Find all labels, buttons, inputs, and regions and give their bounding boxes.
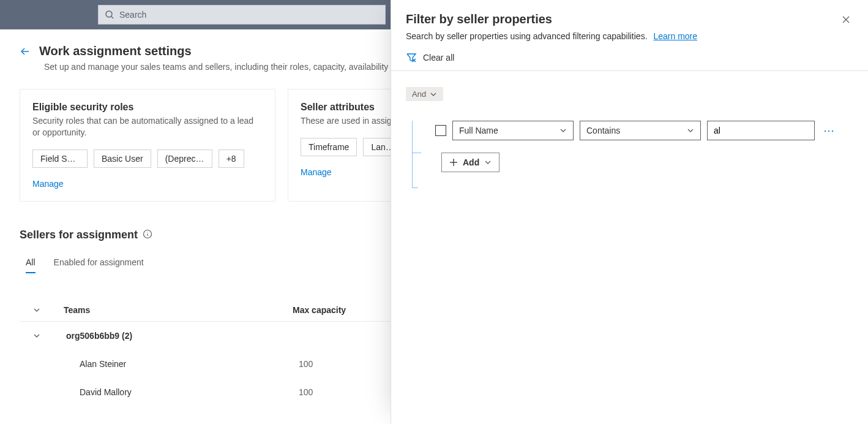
column-header-capacity[interactable]: Max capacity	[293, 305, 378, 315]
panel-subtitle: Search by seller properties using advanc…	[406, 31, 648, 41]
page-title: Work assignment settings	[39, 44, 192, 58]
close-button[interactable]	[839, 12, 853, 29]
filter-value-input[interactable]	[707, 121, 815, 140]
condition-dropdown[interactable]: Contains	[580, 121, 701, 140]
field-dropdown[interactable]: Full Name	[452, 121, 574, 140]
chevron-down-icon	[484, 159, 492, 166]
rule-bracket	[412, 121, 418, 188]
role-chip[interactable]: Basic User	[94, 150, 151, 168]
chevron-down-icon	[687, 127, 694, 134]
role-chip[interactable]: Field Servic...	[32, 150, 88, 168]
clear-all-label: Clear all	[423, 53, 454, 62]
learn-more-link[interactable]: Learn more	[653, 31, 697, 41]
seller-name: David Mallory	[54, 387, 293, 397]
panel-title: Filter by seller properties	[406, 12, 697, 26]
expand-all-toggle[interactable]	[20, 306, 54, 314]
seller-capacity: 100	[293, 387, 378, 397]
chevron-down-icon	[430, 91, 437, 98]
search-input[interactable]	[119, 10, 379, 20]
add-label: Add	[463, 157, 479, 167]
back-button[interactable]	[20, 46, 31, 57]
tab-all[interactable]: All	[26, 257, 36, 273]
global-search[interactable]	[98, 5, 386, 25]
filter-rule-row: Full Name Contains ⋯	[412, 121, 853, 140]
rule-checkbox[interactable]	[435, 125, 446, 136]
svg-point-5	[147, 232, 148, 232]
close-icon	[841, 15, 851, 25]
filter-panel: Filter by seller properties Search by se…	[391, 0, 868, 424]
card-title: Eligible security roles	[32, 102, 260, 113]
svg-point-0	[106, 11, 112, 17]
attr-chip[interactable]: Timeframe	[301, 138, 357, 156]
role-chip[interactable]: (Deprecate...	[157, 150, 212, 168]
chevron-down-icon	[33, 332, 40, 339]
role-chip-more[interactable]: +8	[219, 150, 244, 168]
operator-label: And	[412, 89, 426, 99]
column-header-teams[interactable]: Teams	[54, 305, 293, 315]
field-value: Full Name	[459, 126, 498, 135]
condition-value: Contains	[586, 126, 620, 135]
card-eligible-roles: Eligible security roles Security roles t…	[20, 89, 275, 202]
filter-clear-icon	[406, 52, 417, 63]
clear-all-button[interactable]: Clear all	[406, 52, 853, 70]
info-icon[interactable]	[143, 229, 152, 241]
chevron-down-icon	[559, 127, 567, 134]
operator-dropdown[interactable]: And	[406, 87, 443, 101]
sellers-section-title: Sellers for assignment	[20, 229, 138, 241]
card-description: Security roles that can be automatically…	[32, 115, 260, 138]
rule-more-button[interactable]: ⋯	[821, 124, 838, 137]
seller-name: Alan Steiner	[54, 359, 293, 369]
seller-capacity: 100	[293, 359, 378, 369]
plus-icon	[449, 158, 458, 167]
tab-enabled[interactable]: Enabled for assignment	[54, 257, 144, 273]
add-rule-button[interactable]: Add	[441, 153, 499, 172]
svg-line-1	[111, 17, 113, 18]
group-name: org506b6bb9 (2)	[54, 331, 293, 341]
manage-roles-link[interactable]: Manage	[32, 179, 260, 189]
search-icon	[105, 10, 114, 20]
